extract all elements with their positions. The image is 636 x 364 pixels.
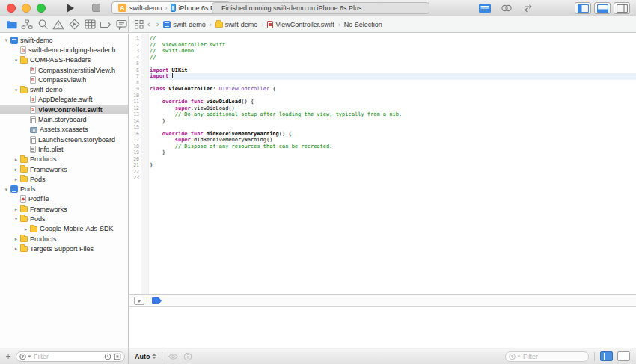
disclosure-triangle[interactable]: ▸	[12, 206, 20, 212]
code-line[interactable]: 16 override func didReceiveMemoryWarning…	[129, 131, 636, 138]
tree-row[interactable]: ▾Pods	[0, 184, 128, 194]
code-line[interactable]: 14 }	[129, 118, 636, 125]
breadcrumb-selection[interactable]: No Selection	[343, 21, 384, 28]
disclosure-triangle[interactable]: ▸	[12, 157, 20, 162]
tree-row[interactable]: hCompassView.h	[0, 75, 128, 84]
forward-button[interactable]: ›	[153, 20, 162, 28]
disclosure-triangle[interactable]: ▸	[12, 236, 20, 241]
tree-row[interactable]: Info.plist	[0, 144, 128, 154]
debug-navigator-button[interactable]	[84, 19, 96, 31]
tree-row[interactable]: ▸Pods	[0, 174, 128, 184]
breadcrumb-project[interactable]: swift-demo	[162, 21, 207, 28]
tree-row[interactable]: ▸Frameworks	[0, 204, 128, 214]
code-line[interactable]: 4//	[129, 55, 636, 61]
report-navigator-button[interactable]	[115, 19, 127, 31]
tree-row[interactable]: ▾swift-demo	[0, 35, 128, 45]
close-button[interactable]	[7, 4, 16, 13]
variables-scope-dropdown[interactable]: Auto	[135, 353, 156, 360]
project-navigator-button[interactable]	[5, 19, 17, 31]
zoom-button[interactable]	[37, 4, 46, 13]
source-control-status-icon[interactable]	[114, 353, 121, 360]
tree-row[interactable]: Assets.xcassets	[0, 125, 128, 135]
code-line[interactable]: 20	[129, 156, 636, 163]
assistant-editor-button[interactable]	[499, 3, 514, 13]
tree-row[interactable]: hCompassInterstitialView.h	[0, 65, 128, 75]
disclosure-triangle[interactable]: ▾	[12, 87, 20, 93]
tree-row[interactable]: hswift-demo-bridging-header.h	[0, 45, 128, 55]
console-filter-field[interactable]: Filter	[505, 351, 589, 362]
show-console-button[interactable]	[617, 351, 630, 361]
code-line[interactable]: 9class ViewController: UIViewController …	[129, 86, 636, 93]
code-line[interactable]: 23	[129, 175, 636, 182]
code-line[interactable]: 22	[129, 169, 636, 176]
code-line[interactable]: 10	[129, 93, 636, 99]
tree-row[interactable]: ◆Podfile	[0, 194, 128, 204]
find-navigator-button[interactable]	[37, 19, 49, 31]
code-line[interactable]: 5	[129, 61, 636, 67]
toggle-utilities-button[interactable]	[614, 2, 630, 14]
toggle-debug-area-button[interactable]	[594, 2, 611, 14]
disclosure-triangle[interactable]: ▸	[12, 167, 20, 172]
hide-debug-area-button[interactable]	[134, 297, 144, 305]
run-button[interactable]	[62, 2, 79, 14]
code-line[interactable]: 12 super.viewDidLoad()	[129, 105, 636, 112]
minimize-button[interactable]	[22, 4, 31, 13]
code-line[interactable]: 2// ViewController.swift	[129, 42, 636, 49]
standard-editor-icon	[478, 3, 492, 13]
podfile-file-icon: ◆	[20, 195, 26, 203]
disclosure-triangle[interactable]: ▾	[2, 37, 10, 43]
breakpoint-navigator-button[interactable]	[100, 19, 111, 31]
add-button[interactable]: +	[3, 352, 13, 361]
code-line[interactable]: 8	[129, 80, 636, 87]
line-number: 12	[129, 105, 141, 111]
tree-row[interactable]: ▾Pods	[0, 214, 128, 223]
tree-row[interactable]: LaunchScreen.storyboard	[0, 135, 128, 144]
code-line[interactable]: 17 super.didReceiveMemoryWarning()	[129, 137, 636, 144]
code-line[interactable]: 11 override func viewDidLoad() {	[129, 99, 636, 105]
disclosure-triangle[interactable]: ▾	[12, 216, 20, 221]
disclosure-triangle[interactable]: ▸	[12, 176, 20, 182]
tree-row[interactable]: ▾swift-demo	[0, 84, 128, 94]
tree-row[interactable]: ▸Products	[0, 234, 128, 244]
standard-editor-button[interactable]	[477, 3, 492, 13]
stop-button[interactable]	[88, 2, 104, 14]
code-line[interactable]: 15	[129, 124, 636, 131]
code-line[interactable]: 1//	[129, 35, 636, 42]
code-line[interactable]: 21}	[129, 162, 636, 169]
tree-row[interactable]: Main.storyboard	[0, 114, 128, 124]
navigator-filter-field[interactable]: Filter	[16, 351, 125, 362]
issue-navigator-button[interactable]	[52, 19, 64, 31]
tree-row[interactable]: ▸Products	[0, 155, 128, 164]
disclosure-triangle[interactable]: ▸	[12, 246, 20, 251]
version-editor-button[interactable]	[521, 3, 536, 13]
tree-row[interactable]: ▾COMPASS-Headers	[0, 55, 128, 65]
source-editor[interactable]: 1//2// ViewController.swift3// swift-dem…	[129, 34, 636, 294]
code-line[interactable]: 3// swift-demo	[129, 48, 636, 55]
disclosure-triangle[interactable]: ▾	[2, 187, 10, 192]
tree-row[interactable]: ▸Targets Support Files	[0, 244, 128, 253]
back-button[interactable]: ‹	[144, 20, 153, 28]
breadcrumb-file[interactable]: ViewController.swift	[266, 21, 335, 28]
recent-files-clock-icon[interactable]	[104, 353, 111, 360]
tree-row[interactable]: sAppDelegate.swift	[0, 95, 128, 105]
toggle-navigator-button[interactable]	[575, 2, 591, 14]
related-items-icon[interactable]	[134, 19, 144, 30]
tree-row[interactable]: sViewController.swift	[0, 105, 128, 114]
file-name: Products	[30, 235, 57, 243]
tree-row[interactable]: ▸Frameworks	[0, 164, 128, 174]
disclosure-triangle[interactable]: ▾	[12, 58, 20, 63]
code-line[interactable]: 19 }	[129, 149, 636, 156]
code-line[interactable]: 13 // Do any additional setup after load…	[129, 111, 636, 118]
code-line[interactable]: 6import UIKit	[129, 67, 636, 74]
disclosure-triangle[interactable]: ▸	[22, 226, 30, 232]
breadcrumb-group[interactable]: swift-demo	[214, 21, 260, 28]
code-line[interactable]: 7import	[129, 73, 636, 80]
code-line[interactable]: 18 // Dispose of any resources that can …	[129, 144, 636, 150]
test-navigator-button[interactable]	[68, 19, 80, 31]
show-variables-view-button[interactable]	[600, 351, 613, 361]
symbol-navigator-button[interactable]	[21, 19, 33, 31]
info-icon[interactable]	[183, 352, 192, 361]
tree-row[interactable]: ▸Google-Mobile-Ads-SDK	[0, 224, 128, 234]
breakpoint-activation-icon[interactable]	[152, 297, 162, 304]
quicklook-eye-icon[interactable]	[168, 353, 179, 360]
